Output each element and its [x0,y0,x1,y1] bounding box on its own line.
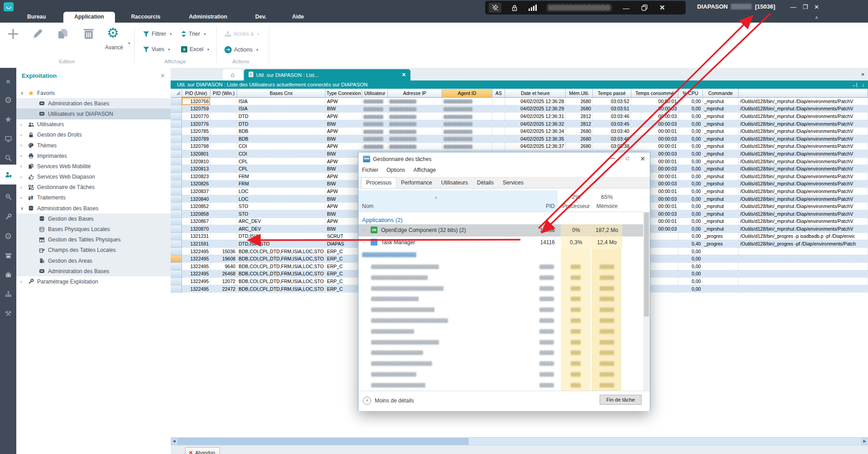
copy-button[interactable] [56,27,70,43]
sidebar-item-services-web-diapason[interactable]: ›Services Web Diapason [16,172,171,182]
user-shield-icon[interactable] [0,165,16,184]
taskmgr-cpu-percent[interactable]: 2% [561,194,591,200]
abandon-button[interactable]: ✕ Abandon [185,447,220,454]
taskmgr-close-icon[interactable]: ✕ [640,155,645,162]
task-manager-window[interactable]: Gestionnaire des tâches — □ ✕ FichierOpt… [358,152,650,411]
search-icon[interactable] [0,149,16,166]
chevron-right-icon[interactable]: › [20,185,27,190]
column-header-temps-pass-[interactable]: Temps passé [593,89,631,98]
monitor-icon[interactable] [0,130,16,147]
chevron-right-icon[interactable]: › [20,195,27,200]
column-header-agent-id[interactable]: Agent ID [442,89,492,98]
horizontal-scrollbar[interactable]: ◀ ▶ [171,437,868,445]
column-header-bases-cnx[interactable]: Bases Cnx [237,89,325,98]
expand-chevron-icon[interactable]: › [363,227,364,232]
scroll-left-icon[interactable]: ◀ [171,438,177,445]
chevron-right-icon[interactable]: › [20,143,27,148]
gear-icon[interactable]: ⚙ [0,227,16,245]
delete-button[interactable] [82,27,95,43]
taskmgr-scrollbar[interactable] [643,212,650,391]
table-row[interactable]: 1320785BDBAPW04/02/2025 12:36:34268003:0… [171,128,868,135]
archive-icon[interactable] [0,247,16,264]
taskmgr-tab-utilisateurs[interactable]: Utilisateurs [437,178,472,188]
advanced-button[interactable]: Avancé [100,44,128,51]
column-header-date-et-heure[interactable]: Date et heure [505,89,566,98]
taskmgr-minimize-icon[interactable]: — [610,155,615,162]
scroll-right-icon[interactable]: ▶ [861,438,868,445]
pin-search-icon[interactable] [0,188,16,205]
views-button[interactable]: Vues▼ [143,46,171,52]
taskmgr-row-redacted[interactable] [358,326,643,337]
briefcase-icon[interactable] [0,266,16,283]
taskmgr-row-redacted[interactable] [358,272,643,283]
column-header-m-m-util-[interactable]: Mém.Util. [566,89,593,98]
actions-button[interactable]: ➜ Actions▼ [224,46,259,53]
taskmgr-row-redacted[interactable] [358,347,643,358]
chevron-down-icon[interactable]: ∨ [20,206,27,211]
filter-button[interactable]: Filtrer▼ [143,31,172,37]
sort-button[interactable]: Trier▼ [181,31,206,37]
taskmgr-row-redacted[interactable] [358,261,643,272]
home-tab[interactable]: ⌂ [223,69,243,80]
wrench-icon[interactable] [0,208,16,225]
taskmgr-tab-performance[interactable]: Performance [396,178,437,188]
menu-item-raccourcis[interactable]: Raccourcis [130,12,162,23]
column-header-utilisateur[interactable]: Utilisateur [362,89,388,98]
advanced-gear-icon[interactable]: ⚙ [107,26,119,40]
favorites-icon[interactable]: ★ [0,111,16,128]
scrollbar-thumb[interactable] [178,438,468,445]
taskmgr-tab-processus[interactable]: Processus [361,177,396,188]
overflow-icon[interactable]: » [861,71,864,77]
less-details-button[interactable]: ∧ Moins de détails [363,397,414,405]
taskmgr-section-applications[interactable]: Applications (2) [362,217,403,223]
taskmgr-row-redacted[interactable] [358,283,643,294]
column-header-blank[interactable] [739,89,868,98]
sidebar-item-utilisateurs[interactable]: ›Utilisateurs [16,119,171,130]
column-header-pid-win-[interactable]: PID (Win.) [210,89,237,98]
overlay-restore-icon[interactable] [641,5,648,11]
sidebar-item-gestion-des-tables-physiques[interactable]: Gestion des Tables Physiques [16,235,171,245]
taskmgr-mem-percent[interactable]: 65% [591,194,622,200]
chevron-right-icon[interactable]: › [20,279,27,284]
signal-bars-icon[interactable] [529,5,537,11]
chevron-right-icon[interactable]: › [20,122,27,127]
sidebar-item-th-mes[interactable]: ›Thèmes [16,140,171,151]
sidebar-item-gestion-des-areas[interactable]: Gestion des Areas [16,255,171,266]
taskmgr-row-redacted[interactable] [358,315,643,326]
edit-button[interactable] [31,27,44,43]
column-header-temps-consomm-[interactable]: Temps consommé [631,89,678,98]
column-header-type-connexion[interactable]: Type Connexion [325,89,362,98]
pin-off-icon[interactable] [489,3,501,13]
taskmgr-row-redacted[interactable] [358,369,643,380]
table-row[interactable]: 1320789BDBBIW04/02/2025 12:36:35268003:0… [171,135,868,142]
table-row[interactable]: 1320759ISIABIW04/02/2025 12:36:29268003:… [171,105,868,113]
menu-item-aide[interactable]: Aide [291,12,305,23]
taskmgr-col-nom[interactable]: Nom [362,203,373,209]
sidebar-item-services-web-mobilit-[interactable]: ›Services Web Mobilité [16,161,171,171]
column-header-commande[interactable]: Commande [702,89,739,98]
taskmgr-row-taskmanager[interactable]: ›Task Manager141160,3%12,4 Mo [358,236,643,249]
table-row[interactable]: 1320798COIAPW04/02/2025 12:36:37268003:0… [171,142,868,150]
overlay-minimize-icon[interactable]: — [623,4,630,12]
sidebar-item-traitements[interactable]: ›⇄Traitements [16,193,171,203]
tools-icon[interactable]: ⚒ [0,305,16,322]
tab-utilisateurs-diapason[interactable]: Util. sur DIAPASON : List... ✕ [244,69,410,80]
lock-icon[interactable] [511,5,518,11]
add-button[interactable] [6,27,20,43]
taskmgr-maximize-icon[interactable]: □ [626,155,629,162]
column-header-pid-unix-[interactable]: PID (Unix) [182,89,210,98]
sidebar-item-administration-des-bases[interactable]: Administration des Bases [16,98,171,109]
close-icon[interactable]: ✕ [814,4,819,10]
taskmgr-menu-options[interactable]: Options [386,167,405,173]
restore-icon[interactable]: ❐ [802,4,808,10]
chevron-right-icon[interactable]: › [20,164,27,169]
collapse-panel-icon[interactable]: « [0,72,16,90]
sidebar-item-administration-des-bases[interactable]: ∨Administration des Bases [16,203,171,213]
taskmgr-tab-détails[interactable]: Détails [472,178,498,188]
taskmgr-row-redacted[interactable] [358,304,643,315]
sidebar-item-gestion-des-bases[interactable]: Gestion des Bases [16,213,171,224]
download-icon[interactable]: ↓ [862,80,865,89]
table-row[interactable]: 1320770DTDAPW04/02/2025 12:36:31281203:0… [171,113,868,120]
sidebar-item-gestionnaire-de-t-ches[interactable]: ›Gestionnaire de Tâches [16,182,171,193]
tab-close-icon[interactable]: ✕ [402,72,406,78]
